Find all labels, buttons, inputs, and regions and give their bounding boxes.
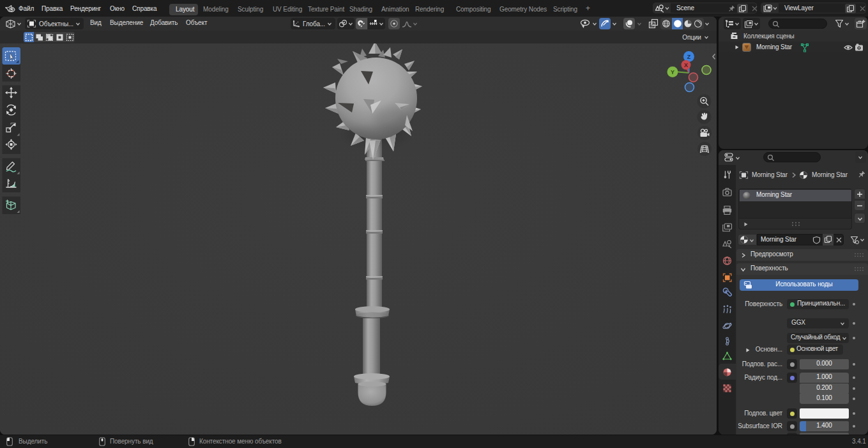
svg-text:Z: Z	[687, 54, 691, 60]
svg-text:X: X	[684, 62, 688, 68]
svg-text:Y: Y	[671, 69, 674, 75]
